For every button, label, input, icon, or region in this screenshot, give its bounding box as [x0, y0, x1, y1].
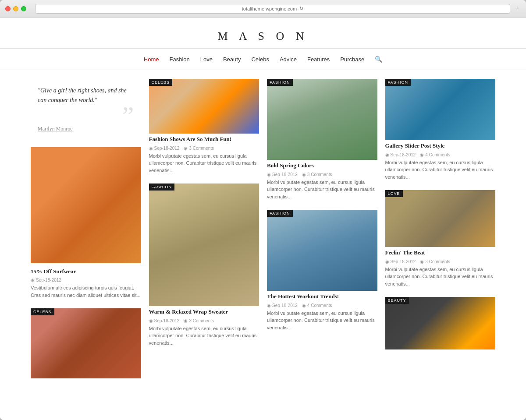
- gallery-image-wrap: FASHION: [385, 79, 496, 140]
- nav-fashion[interactable]: Fashion: [170, 56, 190, 63]
- bold-spring-comments: ◉ 3 Comments: [302, 172, 332, 177]
- surfwear-image: [31, 147, 141, 263]
- workout-image-wrap: FASHION: [267, 210, 377, 291]
- gallery-comments: ◉ 4 Comments: [420, 152, 450, 157]
- wrap-sweater-meta: ◉ Sep-18-2012 ◉ 3 Comments: [149, 318, 259, 323]
- fashion-shows-badge: CELEBS: [149, 79, 173, 86]
- article-beauty: BEAUTY: [385, 297, 496, 349]
- wrap-sweater-badge: FASHION: [149, 184, 175, 191]
- article-fashion-shows: CELEBS Fashion Shows Are So Much Fun! ◉ …: [149, 79, 259, 176]
- maximize-button-dot[interactable]: [21, 6, 26, 11]
- surfwear-meta: ◉ Sep-18-2012: [31, 278, 141, 282]
- wrap-sweater-title[interactable]: Warm & Relaxed Wrap Sweater: [149, 308, 259, 316]
- clock-icon: ◉: [31, 278, 35, 282]
- main-grid: "Give a girl the right shoes, and she ca…: [22, 70, 504, 387]
- quote-author[interactable]: Marilyn Monroe: [38, 126, 134, 132]
- browser-window: totaltheme.wpengine.com ↻ + M A S O N Ho…: [0, 0, 526, 420]
- celebs2-badge: CELEBS: [31, 308, 54, 315]
- feelin-badge: LOVE: [385, 190, 403, 197]
- article-surfwear: 15% Off Surfwear ◉ Sep-18-2012 Vestibulu…: [31, 147, 141, 301]
- minimize-button-dot[interactable]: [13, 6, 18, 11]
- browser-dots: [5, 6, 26, 11]
- fashion-shows-date: ◉ Sep-18-2012: [149, 146, 180, 151]
- clock-icon-7: ◉: [385, 259, 389, 264]
- article-bold-spring: FASHION Bold Spring Colors ◉ Sep-18-2012…: [267, 79, 377, 202]
- workout-title[interactable]: The Hottest Workout Trends!: [267, 293, 377, 300]
- bold-spring-date: ◉ Sep-18-2012: [267, 172, 298, 177]
- workout-meta: ◉ Sep-18-2012 ◉ 4 Comments: [267, 303, 377, 308]
- workout-date: ◉ Sep-18-2012: [267, 303, 298, 308]
- refresh-icon[interactable]: ↻: [299, 6, 303, 11]
- gallery-badge: FASHION: [385, 79, 411, 86]
- fashion-shows-title[interactable]: Fashion Shows Are So Much Fun!: [149, 135, 259, 143]
- search-icon[interactable]: 🔍: [375, 56, 382, 63]
- feelin-date: ◉ Sep-18-2012: [385, 259, 416, 264]
- comment-icon-6: ◉: [420, 259, 424, 264]
- column-2: CELEBS Fashion Shows Are So Much Fun! ◉ …: [149, 79, 259, 348]
- bold-spring-image-wrap: FASHION: [267, 79, 377, 160]
- clock-icon-4: ◉: [267, 172, 271, 177]
- beauty-badge: BEAUTY: [385, 297, 409, 304]
- gallery-excerpt: Morbi vulputate egestas sem, eu cursus l…: [385, 159, 496, 181]
- add-tab-button[interactable]: +: [514, 5, 521, 12]
- nav-love[interactable]: Love: [200, 56, 213, 63]
- surfwear-excerpt: Vestibulum ultrices adipiscing turpis qu…: [31, 284, 141, 299]
- nav-advice[interactable]: Advice: [280, 56, 297, 63]
- comment-icon-3: ◉: [302, 172, 306, 177]
- feelin-image: [385, 190, 496, 247]
- comment-icon-5: ◉: [420, 152, 424, 157]
- gallery-meta: ◉ Sep-18-2012 ◉ 4 Comments: [385, 152, 496, 157]
- fashion-shows-image-wrap: CELEBS: [149, 79, 259, 134]
- surfwear-title[interactable]: 15% Off Surfwear: [31, 268, 141, 275]
- feelin-meta: ◉ Sep-18-2012 ◉ 3 Comments: [385, 259, 496, 264]
- workout-comments: ◉ 4 Comments: [302, 303, 332, 308]
- feelin-excerpt: Morbi vulputate egestas sem, eu cursus l…: [385, 266, 496, 288]
- article-celebs-2: CELEBS: [31, 308, 141, 378]
- nav-purchase[interactable]: Purchase: [340, 56, 364, 63]
- wrap-sweater-excerpt: Morbi vulputate egestas sem, eu cursus l…: [149, 325, 259, 347]
- workout-excerpt: Morbi vulputate egestas sem, eu cursus l…: [267, 310, 377, 332]
- celebs2-image-wrap: CELEBS: [31, 308, 141, 378]
- bold-spring-excerpt: Morbi vulputate egestas sem, eu cursus l…: [267, 179, 377, 201]
- nav-home[interactable]: Home: [144, 56, 159, 63]
- bold-spring-meta: ◉ Sep-18-2012 ◉ 3 Comments: [267, 172, 377, 177]
- bold-spring-image: [267, 79, 377, 160]
- site-title: M A S O N: [0, 30, 526, 43]
- feelin-title[interactable]: Feelin' The Beat: [385, 249, 496, 257]
- workout-image: [267, 210, 377, 291]
- url-text: totaltheme.wpengine.com: [242, 6, 297, 11]
- bold-spring-badge: FASHION: [267, 79, 293, 86]
- article-workout: FASHION The Hottest Workout Trends! ◉ Se…: [267, 210, 377, 333]
- celebs2-image: [31, 308, 141, 378]
- page-content: M A S O N Home Fashion Love Beauty Celeb…: [0, 18, 526, 420]
- comment-icon-2: ◉: [184, 318, 188, 323]
- column-3: FASHION Bold Spring Colors ◉ Sep-18-2012…: [267, 79, 377, 333]
- wrap-sweater-comments: ◉ 3 Comments: [184, 318, 214, 323]
- article-wrap-sweater: FASHION Warm & Relaxed Wrap Sweater ◉ Se…: [149, 184, 259, 348]
- gallery-image: [385, 79, 496, 140]
- quote-text: "Give a girl the right shoes, and she ca…: [38, 86, 134, 106]
- nav-features[interactable]: Features: [307, 56, 330, 63]
- clock-icon-6: ◉: [385, 152, 389, 157]
- quote-card: "Give a girl the right shoes, and she ca…: [31, 79, 141, 139]
- fashion-shows-excerpt: Morbi vulputate egestas sem, eu cursus l…: [149, 152, 259, 174]
- site-nav: Home Fashion Love Beauty Celebs Advice F…: [0, 49, 526, 70]
- browser-chrome: totaltheme.wpengine.com ↻ +: [0, 0, 526, 18]
- gallery-title[interactable]: Gallery Slider Post Style: [385, 142, 496, 150]
- clock-icon-3: ◉: [149, 318, 153, 323]
- feelin-image-wrap: LOVE: [385, 190, 496, 247]
- wrap-sweater-image-wrap: FASHION: [149, 184, 259, 306]
- clock-icon-5: ◉: [267, 303, 271, 308]
- nav-beauty[interactable]: Beauty: [223, 56, 241, 63]
- close-button-dot[interactable]: [5, 6, 11, 11]
- column-1: "Give a girl the right shoes, and she ca…: [31, 79, 141, 378]
- nav-celebs[interactable]: Celebs: [251, 56, 269, 63]
- feelin-comments: ◉ 3 Comments: [420, 259, 450, 264]
- bold-spring-title[interactable]: Bold Spring Colors: [267, 162, 377, 169]
- site-header: M A S O N: [0, 18, 526, 49]
- comment-icon: ◉: [184, 146, 188, 151]
- fashion-shows-image: [149, 79, 259, 134]
- wrap-sweater-date: ◉ Sep-18-2012: [149, 318, 180, 323]
- quote-mark: ”: [38, 109, 134, 122]
- address-bar[interactable]: totaltheme.wpengine.com ↻: [35, 4, 510, 14]
